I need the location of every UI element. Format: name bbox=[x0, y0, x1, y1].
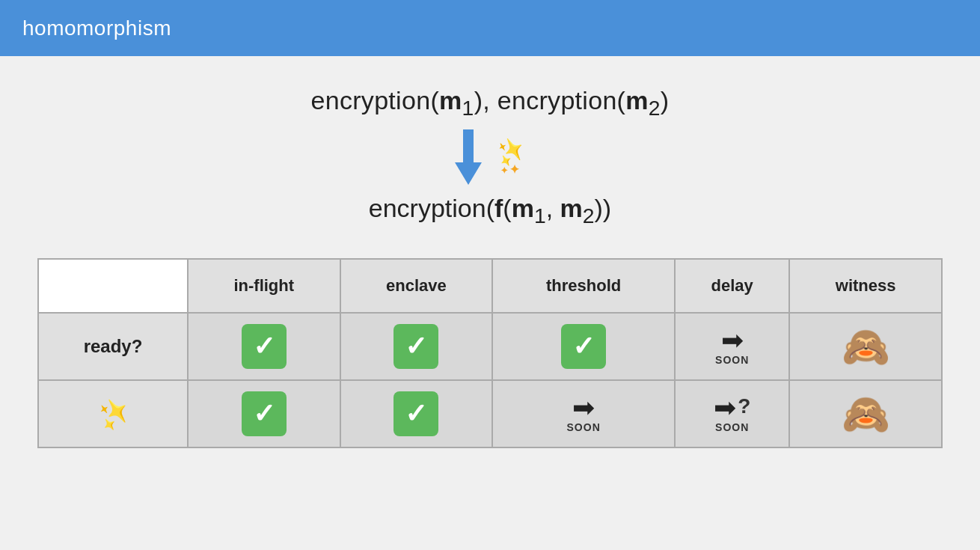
check-icon bbox=[393, 324, 438, 369]
cell-ready-enclave bbox=[340, 313, 493, 380]
arrow-row: ✨ ✦ ✦ bbox=[455, 131, 525, 183]
table-row: ✨ ➡ SOON bbox=[38, 380, 942, 447]
soon-with-question: ➡ ? bbox=[714, 394, 750, 421]
check-icon bbox=[561, 324, 606, 369]
table-wrapper: in-flight enclave threshold delay witnes… bbox=[0, 258, 980, 448]
cell-ready-witness: 🙈 bbox=[789, 313, 942, 380]
header: homomorphism bbox=[0, 0, 980, 56]
table-row: ready? ➡ SOON bbox=[38, 313, 942, 380]
cell-ready-inflight bbox=[188, 313, 340, 380]
soon-cell: ➡ SOON bbox=[682, 327, 783, 366]
check-icon bbox=[393, 391, 438, 436]
monkey-emoji: 🙈 bbox=[842, 392, 890, 436]
arrow-right-icon: ➡ bbox=[572, 394, 595, 421]
cell-ready-threshold bbox=[492, 313, 675, 380]
check-icon bbox=[242, 391, 287, 436]
cell-wand-threshold: ➡ SOON bbox=[492, 380, 675, 447]
check-icon bbox=[242, 324, 287, 369]
soon-label: SOON bbox=[715, 354, 749, 366]
cell-wand-enclave bbox=[340, 380, 493, 447]
cell-wand-inflight bbox=[188, 380, 340, 447]
monkey-emoji: 🙈 bbox=[842, 325, 890, 368]
table-header-inflight: in-flight bbox=[188, 259, 340, 313]
row-label-wand: ✨ bbox=[38, 380, 188, 447]
page-title: homomorphism bbox=[22, 16, 171, 40]
formula-bottom: encryption(f(m1, m2)) bbox=[369, 194, 611, 228]
soon-cell: ➡ SOON bbox=[499, 394, 668, 433]
arrow-right-icon: ➡ bbox=[721, 327, 744, 354]
row-label-ready: ready? bbox=[38, 313, 188, 380]
table-header-delay: delay bbox=[675, 259, 789, 313]
table-header-witness: witness bbox=[789, 259, 942, 313]
soon-label: SOON bbox=[567, 421, 601, 433]
table-header-enclave: enclave bbox=[340, 259, 493, 313]
main-table: in-flight enclave threshold delay witnes… bbox=[37, 258, 943, 448]
table-header-threshold: threshold bbox=[492, 259, 675, 313]
arrow-right-icon: ➡ bbox=[714, 394, 736, 421]
question-mark: ? bbox=[738, 394, 750, 418]
wand-icon: ✨ bbox=[91, 391, 136, 436]
soon-cell: ➡ ? SOON bbox=[682, 394, 783, 433]
soon-label: SOON bbox=[715, 421, 749, 433]
main-content: encryption(m1), encryption(m2) ✨ ✦ ✦ enc… bbox=[0, 56, 980, 448]
cell-wand-delay: ➡ ? SOON bbox=[675, 380, 789, 447]
formula-top: encryption(m1), encryption(m2) bbox=[311, 86, 670, 120]
cell-ready-delay: ➡ SOON bbox=[675, 313, 789, 380]
table-header-empty bbox=[38, 259, 188, 313]
formula-section: encryption(m1), encryption(m2) ✨ ✦ ✦ enc… bbox=[311, 86, 670, 228]
cell-wand-witness: 🙈 bbox=[789, 380, 942, 447]
